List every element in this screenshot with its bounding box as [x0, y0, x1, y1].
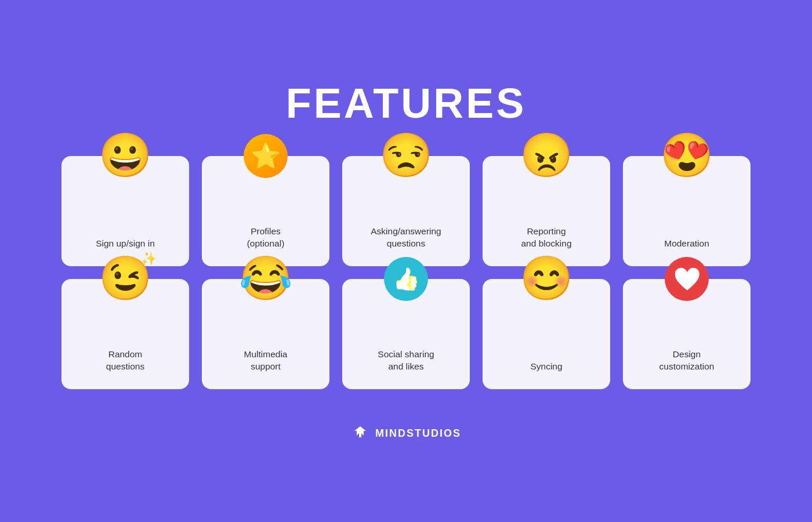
mindstudios-logo [351, 424, 369, 443]
feature-card-asking: 😒 Asking/answeringquestions [342, 156, 470, 266]
social-label: Social sharingand likes [378, 348, 434, 373]
design-icon: ❤️ [665, 257, 709, 301]
reporting-icon: 😠 [520, 134, 573, 177]
syncing-label: Syncing [530, 360, 562, 373]
sign-up-label: Sign up/sign in [96, 237, 155, 250]
reporting-label: Reportingand blocking [521, 225, 571, 250]
feature-card-multimedia: 😂 Multimediasupport [202, 279, 329, 389]
profiles-icon: ⭐ [244, 134, 288, 178]
multimedia-icon: 😂 [239, 257, 292, 300]
feature-card-sign-up: 😀 Sign up/sign in [61, 156, 189, 266]
profiles-label: Profiles(optional) [247, 225, 285, 250]
feature-card-design: ❤️ Designcustomization [623, 279, 751, 389]
footer: MINDSTUDIOS [351, 424, 461, 443]
moderation-icon: 😍 [660, 134, 713, 177]
social-icon: 👍 [384, 257, 428, 301]
feature-card-social: 👍 Social sharingand likes [342, 279, 470, 389]
brand-name: MINDSTUDIOS [375, 427, 461, 440]
features-grid: 😀 Sign up/sign in ⭐ Profiles(optional) 😒… [61, 156, 751, 389]
random-label: Randomquestions [106, 348, 144, 373]
feature-card-moderation: 😍 Moderation [623, 156, 751, 266]
page-title: FEATURES [286, 79, 527, 127]
moderation-label: Moderation [664, 237, 709, 250]
syncing-icon: 😊 [520, 257, 573, 300]
sign-up-icon: 😀 [99, 134, 152, 177]
feature-card-reporting: 😠 Reportingand blocking [483, 156, 610, 266]
feature-card-random: 😉✨ Randomquestions [61, 279, 189, 389]
random-icon: 😉✨ [99, 257, 152, 300]
multimedia-label: Multimediasupport [244, 348, 288, 373]
asking-label: Asking/answeringquestions [371, 225, 441, 250]
feature-card-syncing: 😊 Syncing [483, 279, 610, 389]
design-label: Designcustomization [659, 348, 715, 373]
feature-card-profiles: ⭐ Profiles(optional) [202, 156, 329, 266]
asking-icon: 😒 [379, 134, 433, 177]
